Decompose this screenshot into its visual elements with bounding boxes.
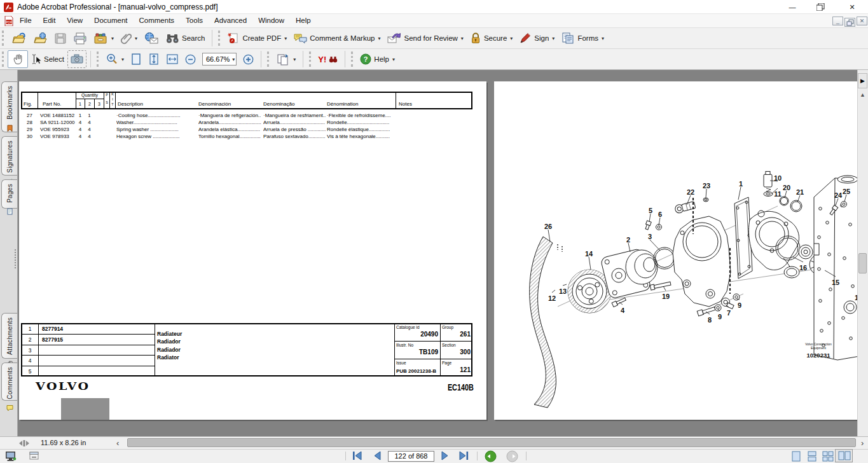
sidebar-tab-attachments[interactable]: Attachments	[1, 313, 17, 359]
menu-advanced[interactable]: Advanced	[209, 15, 252, 29]
previous-page-button[interactable]	[372, 450, 382, 462]
last-page-button[interactable]	[458, 450, 471, 462]
cell-denominacion: Arandela..............................	[198, 120, 262, 125]
fit-height-icon	[148, 53, 160, 66]
scroll-left-arrow[interactable]: ‹	[116, 438, 119, 448]
help-button[interactable]: ? Help ▾	[357, 50, 398, 68]
help-icon: ?	[360, 53, 371, 65]
snapshot-button[interactable]	[67, 50, 86, 68]
info-row-number: 5	[25, 368, 34, 375]
select-label: Select	[44, 55, 64, 63]
search-button[interactable]: Search	[162, 29, 208, 47]
scroll-up-arrow[interactable]: ▲	[857, 92, 868, 98]
page-size-label: 11.69 x 8.26 in	[41, 439, 86, 446]
toolbar-grip[interactable]	[218, 31, 221, 46]
toolbar-grip[interactable]	[2, 31, 5, 46]
pages-thumb-icon	[6, 208, 13, 215]
hand-tool-button[interactable]	[8, 50, 28, 68]
zoom-tool-button[interactable]: ▾	[102, 50, 127, 68]
continuous-view-button[interactable]	[806, 451, 818, 462]
scroll-right-arrow[interactable]: ›	[861, 438, 864, 448]
sign-button[interactable]: Sign ▾	[516, 29, 558, 47]
callout-leader	[663, 286, 666, 291]
cell-description: ·Cooling hose.......................	[116, 113, 196, 118]
restore-button[interactable]	[816, 3, 825, 11]
facing-view-button[interactable]	[835, 449, 853, 462]
yahoo-binoculars-icon	[329, 55, 338, 63]
header-kit: K	[111, 92, 114, 97]
menu-help[interactable]: Help	[290, 15, 317, 29]
horizontal-scroll-thumb[interactable]	[127, 438, 856, 447]
single-page-view-button[interactable]	[790, 451, 802, 462]
comment-markup-button[interactable]: Comment & Markup ▾	[290, 29, 383, 47]
mdi-minimize-button[interactable]: _	[832, 17, 843, 25]
vertical-scroll-thumb[interactable]	[858, 253, 867, 273]
pane-splitter-handle[interactable]	[15, 249, 18, 268]
toolbar-grip[interactable]	[97, 52, 100, 67]
organizer-button[interactable]: ▾	[90, 29, 117, 47]
fit-page-button[interactable]	[127, 50, 145, 68]
o-ring-part	[790, 200, 802, 212]
sidebar-tab-label: Signatures	[6, 141, 13, 173]
zoom-in-button[interactable]	[240, 50, 257, 68]
cell-description: Hexagon screw ...................	[116, 134, 196, 139]
info-row-number: 3	[25, 347, 34, 354]
continuous-facing-view-button[interactable]	[822, 451, 834, 462]
zoom-level-combobox[interactable]: 66.67% ▾	[202, 53, 237, 66]
fit-width-button[interactable]	[163, 50, 182, 68]
mdi-restore-button[interactable]	[844, 18, 855, 27]
sidebar-tab-pages[interactable]: Pages	[1, 179, 17, 209]
fitting-part	[764, 172, 773, 197]
save-button[interactable]	[51, 29, 70, 47]
menu-edit[interactable]: Edit	[38, 15, 62, 29]
open-button[interactable]	[8, 29, 29, 47]
toolbar-grip[interactable]	[2, 52, 5, 67]
menu-file[interactable]: File	[14, 15, 38, 29]
menu-window[interactable]: Window	[252, 15, 290, 29]
previous-view-button[interactable]	[485, 450, 497, 462]
callout-number: 4	[621, 307, 625, 314]
sidebar-tab-comments[interactable]: Comments	[1, 363, 17, 401]
toolbar-grip[interactable]	[351, 52, 354, 67]
table-row: 29VOE 95592344Spring washer ............…	[19, 127, 472, 134]
monitor-icon[interactable]	[5, 451, 17, 462]
send-review-button[interactable]: Send for Review ▾	[383, 29, 466, 47]
sidebar-tab-signatures[interactable]: Signatures	[1, 136, 17, 176]
minimize-button[interactable]: —	[783, 2, 801, 13]
close-button[interactable]: ✕	[843, 2, 861, 13]
sidebar-tab-bookmarks[interactable]: Bookmarks	[1, 81, 17, 132]
callout-number: 25	[843, 188, 850, 195]
callout-leader	[628, 243, 630, 252]
toolbar-grip[interactable]	[309, 52, 312, 67]
create-pdf-button[interactable]: Create PDF ▾	[224, 29, 290, 47]
window-state-icon[interactable]	[29, 452, 39, 460]
page-number-field[interactable]: 122 of 868	[388, 451, 434, 462]
yahoo-search-button[interactable]: Y!	[315, 50, 341, 68]
mdi-close-button[interactable]: ✕	[857, 17, 867, 25]
print-button[interactable]	[70, 29, 90, 47]
washer-part	[715, 305, 721, 311]
next-page-button[interactable]	[440, 450, 450, 462]
next-view-button[interactable]	[506, 450, 518, 462]
header-denominacao: Denominação	[263, 101, 294, 107]
meta-value-illustr-no: TB109	[396, 349, 438, 356]
cell-denomination: Vis à tête hexagonale..........	[327, 134, 394, 139]
help-label: Help	[374, 55, 389, 63]
fit-height-button[interactable]	[145, 50, 163, 68]
menu-view[interactable]: View	[61, 15, 88, 29]
forms-button[interactable]: Forms ▾	[558, 29, 607, 47]
toolbar-grip[interactable]	[267, 52, 270, 67]
pane-expand-button[interactable]: ▶	[858, 73, 867, 88]
page-view-button[interactable]: ▾	[273, 50, 299, 68]
menu-document[interactable]: Document	[88, 15, 133, 29]
menu-tools[interactable]: Tools	[180, 15, 209, 29]
splitter-toggle-icon[interactable]	[19, 439, 29, 447]
open-web-button[interactable]	[29, 29, 51, 47]
menu-comments[interactable]: Comments	[134, 15, 181, 29]
secure-button[interactable]: Secure ▾	[467, 29, 516, 47]
email-button[interactable]	[141, 29, 162, 47]
attach-button[interactable]: ▾	[117, 29, 141, 47]
first-page-button[interactable]	[351, 450, 364, 462]
zoom-out-button[interactable]	[182, 50, 199, 68]
select-tool-button[interactable]: Select	[28, 50, 67, 68]
